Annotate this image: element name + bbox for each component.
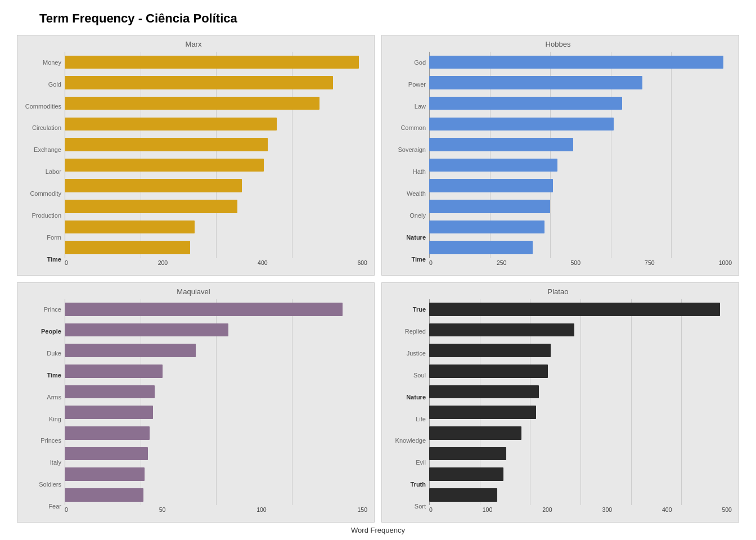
- x-label: 500: [570, 259, 580, 271]
- x-label: 0: [65, 259, 68, 271]
- bar: [429, 447, 506, 461]
- y-label: God: [414, 60, 426, 66]
- x-label: 600: [357, 259, 367, 271]
- y-label: Soveraign: [398, 147, 426, 153]
- y-label: Law: [415, 104, 426, 110]
- bar-row: [65, 422, 367, 443]
- y-label: Wealth: [407, 191, 426, 197]
- axis-title: Word Frequency: [351, 526, 405, 534]
- bar-row: [65, 196, 367, 217]
- bar-row: [429, 361, 732, 381]
- bar-row: [429, 299, 732, 320]
- y-labels-hobbes: GodPowerLawCommonSoveraignHathWealthOnel…: [384, 52, 429, 271]
- bar: [429, 385, 539, 399]
- bar: [429, 406, 536, 419]
- y-label: Circulation: [32, 125, 61, 131]
- x-label: 750: [645, 259, 655, 271]
- x-label: 150: [357, 506, 367, 518]
- bar-row: [65, 217, 367, 237]
- y-label: Form: [47, 235, 61, 241]
- bar-row: [429, 176, 732, 196]
- bar: [65, 220, 195, 234]
- bars-and-grid-maquiavel: 050100150: [65, 299, 367, 518]
- bar-row: [65, 176, 367, 196]
- bar-row: [429, 114, 732, 134]
- bar-row: [65, 484, 367, 505]
- chart-title-platao: Platao: [384, 287, 732, 296]
- y-label: Commodity: [30, 191, 61, 197]
- y-label: Fear: [48, 503, 61, 510]
- y-label: Hath: [413, 169, 426, 175]
- y-label: Common: [400, 125, 426, 131]
- y-label: Soldiers: [39, 482, 61, 488]
- y-label: King: [49, 416, 61, 422]
- bar-row: [429, 464, 732, 485]
- bars-and-grid-marx: 0200400600: [65, 52, 367, 271]
- x-label: 1000: [719, 259, 732, 271]
- bar: [429, 488, 497, 502]
- bar-row: [429, 402, 732, 423]
- bar: [429, 118, 614, 131]
- x-label: 0: [429, 506, 433, 518]
- bar: [429, 97, 622, 110]
- y-label: Time: [47, 372, 61, 379]
- y-labels-maquiavel: PrincePeopleDukeTimeArmsKingPrincesItaly…: [20, 299, 65, 518]
- y-label: True: [413, 307, 426, 313]
- page-title: Term Frequency - Ciência Política: [39, 11, 237, 26]
- y-label: Gold: [48, 82, 61, 88]
- y-label: Princes: [40, 438, 61, 444]
- bar: [65, 364, 163, 378]
- bar-row: [429, 73, 732, 93]
- bars-container-marx: [65, 52, 367, 258]
- bar: [65, 447, 148, 461]
- bar: [429, 179, 553, 192]
- bar: [65, 426, 150, 440]
- bar: [429, 159, 557, 172]
- bar-row: [65, 114, 367, 134]
- bar: [65, 118, 277, 131]
- y-label: Knowledge: [395, 438, 426, 444]
- bar: [429, 323, 574, 337]
- bar: [65, 138, 268, 151]
- x-axis-marx: 0200400600: [65, 258, 367, 271]
- y-label: Labor: [46, 169, 61, 175]
- chart-title-marx: Marx: [20, 40, 367, 48]
- bar: [65, 56, 359, 69]
- bar-row: [429, 320, 732, 340]
- bar-row: [429, 155, 732, 176]
- x-label: 250: [497, 259, 507, 271]
- bar: [429, 76, 642, 89]
- bar: [429, 220, 544, 234]
- bar-row: [429, 381, 732, 402]
- bar-row: [65, 93, 367, 114]
- x-label: 200: [542, 506, 552, 518]
- bar: [65, 179, 242, 192]
- x-label: 300: [602, 506, 613, 518]
- chart-panel-hobbes: HobbesGodPowerLawCommonSoveraignHathWeal…: [381, 35, 739, 276]
- x-label: 400: [258, 259, 268, 271]
- bar-row: [429, 93, 732, 114]
- bar-row: [429, 484, 732, 505]
- y-label: Commodities: [25, 104, 61, 110]
- chart-panel-marx: MarxMoneyGoldCommoditiesCirculationExcha…: [17, 35, 375, 276]
- bar: [429, 344, 551, 357]
- bar: [429, 56, 723, 69]
- bar-row: [65, 134, 367, 155]
- y-label: Evil: [416, 460, 426, 466]
- bar: [65, 467, 145, 481]
- bars-and-grid-hobbes: 02505007501000: [429, 52, 732, 271]
- y-label: Exchange: [34, 147, 61, 153]
- bar-row: [65, 340, 367, 361]
- bar: [65, 488, 143, 502]
- x-label: 0: [429, 259, 433, 271]
- chart-title-hobbes: Hobbes: [384, 40, 732, 48]
- x-label: 200: [158, 259, 168, 271]
- y-labels-platao: TrueRepliedJusticeSoulNatureLifeKnowledg…: [384, 299, 429, 518]
- bar-row: [429, 237, 732, 258]
- y-label: Justice: [407, 350, 426, 357]
- bar-row: [65, 464, 367, 485]
- y-label: Onely: [410, 213, 426, 219]
- x-label: 0: [65, 506, 68, 518]
- y-label: People: [41, 328, 61, 335]
- bar-row: [65, 299, 367, 320]
